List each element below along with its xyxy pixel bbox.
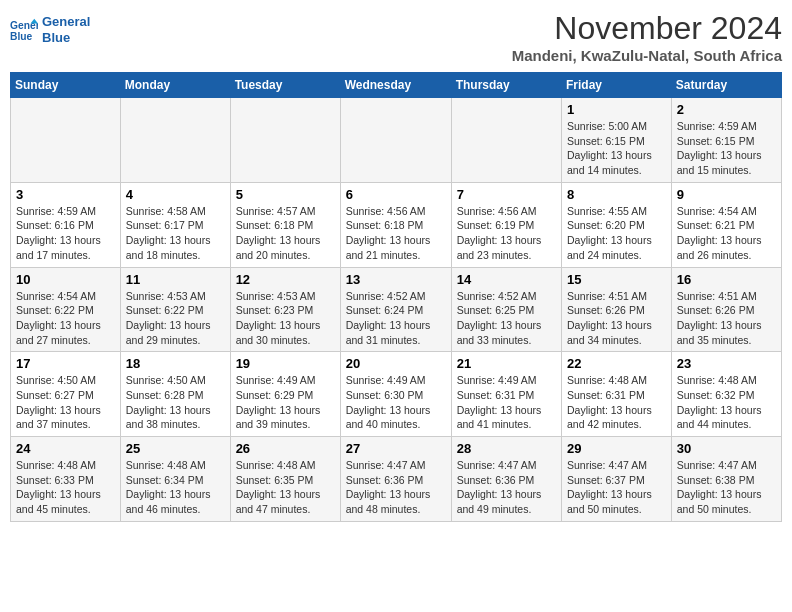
day-header-thursday: Thursday <box>451 73 561 98</box>
page-subtitle: Mandeni, KwaZulu-Natal, South Africa <box>512 47 782 64</box>
day-number: 11 <box>126 272 225 287</box>
day-number: 4 <box>126 187 225 202</box>
calendar-cell: 24Sunrise: 4:48 AM Sunset: 6:33 PM Dayli… <box>11 437 121 522</box>
calendar-cell: 26Sunrise: 4:48 AM Sunset: 6:35 PM Dayli… <box>230 437 340 522</box>
day-header-tuesday: Tuesday <box>230 73 340 98</box>
day-detail: Sunrise: 4:55 AM Sunset: 6:20 PM Dayligh… <box>567 204 666 263</box>
calendar-cell <box>230 98 340 183</box>
day-detail: Sunrise: 4:51 AM Sunset: 6:26 PM Dayligh… <box>567 289 666 348</box>
day-detail: Sunrise: 4:49 AM Sunset: 6:31 PM Dayligh… <box>457 373 556 432</box>
logo-line2: Blue <box>42 30 90 46</box>
calendar-week-5: 24Sunrise: 4:48 AM Sunset: 6:33 PM Dayli… <box>11 437 782 522</box>
calendar-cell: 10Sunrise: 4:54 AM Sunset: 6:22 PM Dayli… <box>11 267 121 352</box>
calendar-cell: 23Sunrise: 4:48 AM Sunset: 6:32 PM Dayli… <box>671 352 781 437</box>
day-detail: Sunrise: 4:49 AM Sunset: 6:29 PM Dayligh… <box>236 373 335 432</box>
day-detail: Sunrise: 4:57 AM Sunset: 6:18 PM Dayligh… <box>236 204 335 263</box>
day-number: 18 <box>126 356 225 371</box>
day-number: 25 <box>126 441 225 456</box>
day-number: 30 <box>677 441 776 456</box>
day-header-friday: Friday <box>562 73 672 98</box>
calendar-cell <box>451 98 561 183</box>
day-number: 15 <box>567 272 666 287</box>
day-detail: Sunrise: 4:58 AM Sunset: 6:17 PM Dayligh… <box>126 204 225 263</box>
day-detail: Sunrise: 4:51 AM Sunset: 6:26 PM Dayligh… <box>677 289 776 348</box>
calendar-cell: 3Sunrise: 4:59 AM Sunset: 6:16 PM Daylig… <box>11 182 121 267</box>
calendar-cell: 22Sunrise: 4:48 AM Sunset: 6:31 PM Dayli… <box>562 352 672 437</box>
day-number: 8 <box>567 187 666 202</box>
calendar-cell <box>11 98 121 183</box>
day-detail: Sunrise: 4:47 AM Sunset: 6:38 PM Dayligh… <box>677 458 776 517</box>
day-detail: Sunrise: 4:56 AM Sunset: 6:18 PM Dayligh… <box>346 204 446 263</box>
day-number: 29 <box>567 441 666 456</box>
calendar-cell: 21Sunrise: 4:49 AM Sunset: 6:31 PM Dayli… <box>451 352 561 437</box>
calendar-cell: 18Sunrise: 4:50 AM Sunset: 6:28 PM Dayli… <box>120 352 230 437</box>
calendar-cell: 27Sunrise: 4:47 AM Sunset: 6:36 PM Dayli… <box>340 437 451 522</box>
logo-icon: General Blue <box>10 16 38 44</box>
day-number: 22 <box>567 356 666 371</box>
calendar-cell <box>120 98 230 183</box>
day-number: 3 <box>16 187 115 202</box>
logo-line1: General <box>42 14 90 30</box>
day-detail: Sunrise: 4:54 AM Sunset: 6:21 PM Dayligh… <box>677 204 776 263</box>
calendar-cell: 9Sunrise: 4:54 AM Sunset: 6:21 PM Daylig… <box>671 182 781 267</box>
day-detail: Sunrise: 4:56 AM Sunset: 6:19 PM Dayligh… <box>457 204 556 263</box>
calendar-cell: 16Sunrise: 4:51 AM Sunset: 6:26 PM Dayli… <box>671 267 781 352</box>
title-area: November 2024 Mandeni, KwaZulu-Natal, So… <box>512 10 782 64</box>
day-number: 17 <box>16 356 115 371</box>
day-number: 20 <box>346 356 446 371</box>
calendar-cell: 2Sunrise: 4:59 AM Sunset: 6:15 PM Daylig… <box>671 98 781 183</box>
calendar-cell: 6Sunrise: 4:56 AM Sunset: 6:18 PM Daylig… <box>340 182 451 267</box>
day-number: 28 <box>457 441 556 456</box>
day-detail: Sunrise: 4:48 AM Sunset: 6:33 PM Dayligh… <box>16 458 115 517</box>
day-number: 27 <box>346 441 446 456</box>
day-number: 6 <box>346 187 446 202</box>
day-detail: Sunrise: 4:53 AM Sunset: 6:23 PM Dayligh… <box>236 289 335 348</box>
day-header-monday: Monday <box>120 73 230 98</box>
day-detail: Sunrise: 4:59 AM Sunset: 6:16 PM Dayligh… <box>16 204 115 263</box>
calendar-cell: 4Sunrise: 4:58 AM Sunset: 6:17 PM Daylig… <box>120 182 230 267</box>
calendar-cell: 12Sunrise: 4:53 AM Sunset: 6:23 PM Dayli… <box>230 267 340 352</box>
day-number: 5 <box>236 187 335 202</box>
page-title: November 2024 <box>512 10 782 47</box>
day-number: 23 <box>677 356 776 371</box>
day-detail: Sunrise: 4:47 AM Sunset: 6:37 PM Dayligh… <box>567 458 666 517</box>
day-detail: Sunrise: 4:48 AM Sunset: 6:34 PM Dayligh… <box>126 458 225 517</box>
day-detail: Sunrise: 4:54 AM Sunset: 6:22 PM Dayligh… <box>16 289 115 348</box>
day-detail: Sunrise: 4:48 AM Sunset: 6:32 PM Dayligh… <box>677 373 776 432</box>
calendar-cell: 17Sunrise: 4:50 AM Sunset: 6:27 PM Dayli… <box>11 352 121 437</box>
calendar-week-1: 1Sunrise: 5:00 AM Sunset: 6:15 PM Daylig… <box>11 98 782 183</box>
calendar-cell: 25Sunrise: 4:48 AM Sunset: 6:34 PM Dayli… <box>120 437 230 522</box>
calendar-cell: 5Sunrise: 4:57 AM Sunset: 6:18 PM Daylig… <box>230 182 340 267</box>
calendar-header-row: SundayMondayTuesdayWednesdayThursdayFrid… <box>11 73 782 98</box>
calendar-cell: 15Sunrise: 4:51 AM Sunset: 6:26 PM Dayli… <box>562 267 672 352</box>
day-number: 24 <box>16 441 115 456</box>
calendar-week-2: 3Sunrise: 4:59 AM Sunset: 6:16 PM Daylig… <box>11 182 782 267</box>
day-header-wednesday: Wednesday <box>340 73 451 98</box>
day-detail: Sunrise: 4:50 AM Sunset: 6:27 PM Dayligh… <box>16 373 115 432</box>
calendar-week-4: 17Sunrise: 4:50 AM Sunset: 6:27 PM Dayli… <box>11 352 782 437</box>
day-header-saturday: Saturday <box>671 73 781 98</box>
calendar-cell: 7Sunrise: 4:56 AM Sunset: 6:19 PM Daylig… <box>451 182 561 267</box>
day-number: 21 <box>457 356 556 371</box>
day-number: 14 <box>457 272 556 287</box>
day-number: 16 <box>677 272 776 287</box>
calendar-cell: 11Sunrise: 4:53 AM Sunset: 6:22 PM Dayli… <box>120 267 230 352</box>
header: General Blue General Blue November 2024 … <box>10 10 782 64</box>
calendar-cell: 8Sunrise: 4:55 AM Sunset: 6:20 PM Daylig… <box>562 182 672 267</box>
day-number: 9 <box>677 187 776 202</box>
calendar-cell <box>340 98 451 183</box>
calendar-cell: 29Sunrise: 4:47 AM Sunset: 6:37 PM Dayli… <box>562 437 672 522</box>
calendar-cell: 20Sunrise: 4:49 AM Sunset: 6:30 PM Dayli… <box>340 352 451 437</box>
calendar-cell: 14Sunrise: 4:52 AM Sunset: 6:25 PM Dayli… <box>451 267 561 352</box>
day-detail: Sunrise: 4:50 AM Sunset: 6:28 PM Dayligh… <box>126 373 225 432</box>
day-detail: Sunrise: 4:49 AM Sunset: 6:30 PM Dayligh… <box>346 373 446 432</box>
calendar-week-3: 10Sunrise: 4:54 AM Sunset: 6:22 PM Dayli… <box>11 267 782 352</box>
day-number: 7 <box>457 187 556 202</box>
day-number: 1 <box>567 102 666 117</box>
day-number: 2 <box>677 102 776 117</box>
day-detail: Sunrise: 4:47 AM Sunset: 6:36 PM Dayligh… <box>457 458 556 517</box>
calendar-cell: 28Sunrise: 4:47 AM Sunset: 6:36 PM Dayli… <box>451 437 561 522</box>
day-detail: Sunrise: 4:52 AM Sunset: 6:24 PM Dayligh… <box>346 289 446 348</box>
day-detail: Sunrise: 4:48 AM Sunset: 6:31 PM Dayligh… <box>567 373 666 432</box>
day-number: 19 <box>236 356 335 371</box>
